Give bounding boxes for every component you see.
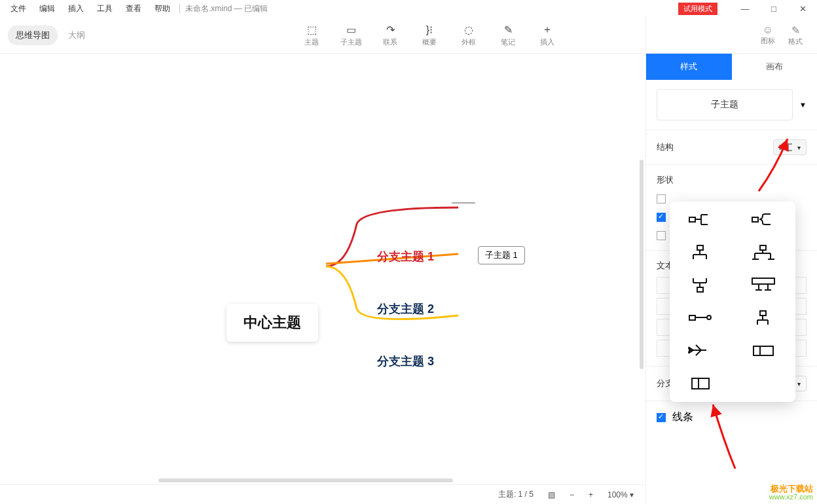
struct-opt-logic-right-brace[interactable] <box>746 211 782 229</box>
toolbar-subtopic[interactable]: ▭子主题 <box>333 23 369 47</box>
svg-rect-5 <box>689 217 695 222</box>
canvas[interactable]: 中心主题 分支主题 1 分支主题 2 分支主题 3 子主题 1 <box>0 54 645 484</box>
central-topic[interactable]: 中心主题 <box>227 304 318 342</box>
window-minimize-icon[interactable]: — <box>731 0 759 17</box>
zoom-level[interactable]: 100% ▾ <box>605 490 636 499</box>
svg-point-37 <box>707 315 711 319</box>
tab-mindmap[interactable]: 思维导图 <box>8 26 58 45</box>
chevron-down-icon: ▾ <box>797 144 801 151</box>
menu-view[interactable]: 查看 <box>119 3 148 14</box>
toolbar-notes[interactable]: ✎笔记 <box>490 23 526 47</box>
right-top-tools: ☺图标 ✎格式 <box>646 17 817 54</box>
rtop-icon[interactable]: ☺图标 <box>761 24 775 46</box>
subtopic-1[interactable]: 子主题 1 <box>478 246 525 264</box>
structure-popup <box>670 202 795 402</box>
menu-insert[interactable]: 插入 <box>62 3 90 14</box>
window-close-icon[interactable]: ✕ <box>788 0 817 17</box>
branch-topic-2[interactable]: 分支主题 2 <box>377 301 434 317</box>
window-controls: 试用模式 — □ ✕ <box>678 0 817 17</box>
struct-opt-org-up[interactable] <box>746 276 782 295</box>
zoom-in-button[interactable]: + <box>586 490 596 499</box>
svg-rect-10 <box>752 217 758 222</box>
struct-opt-tree-down-2[interactable] <box>746 243 782 262</box>
horizontal-scrollbar[interactable] <box>1 478 642 483</box>
shape-label: 形状 <box>657 174 674 186</box>
watermark-logo: 极光下载站 <box>769 484 813 493</box>
toolbar-summary[interactable]: }⁝概要 <box>411 23 448 47</box>
svg-rect-13 <box>697 245 703 250</box>
topic-type-section: 子主题 ▼ <box>646 80 817 130</box>
right-tabs: 样式 画布 <box>646 54 817 80</box>
topic-icon: ⬚ <box>307 23 317 36</box>
scrollbar-thumb[interactable] <box>640 160 644 369</box>
svg-rect-46 <box>692 378 709 389</box>
vertical-scrollbar[interactable] <box>639 55 644 482</box>
map-icon[interactable]: ▧ <box>545 490 558 499</box>
chevron-down-icon[interactable]: ▼ <box>799 101 807 109</box>
watermark: 极光下载站 www.xz7.com <box>769 484 813 501</box>
svg-rect-25 <box>697 287 703 292</box>
smiley-icon: ☺ <box>763 24 773 36</box>
svg-rect-18 <box>760 245 766 250</box>
toolbar-topic[interactable]: ⬚主题 <box>293 23 330 47</box>
struct-opt-logic-right[interactable] <box>683 211 719 229</box>
topic-type-select[interactable]: 子主题 <box>657 89 793 120</box>
insert-icon: ＋ <box>542 23 553 36</box>
chevron-down-icon: ▾ <box>797 380 801 387</box>
struct-opt-timeline-v[interactable] <box>746 309 782 327</box>
menu-tools[interactable]: 工具 <box>90 3 119 14</box>
menu-edit[interactable]: 编辑 <box>33 3 62 14</box>
line-checkbox[interactable]: 线条 <box>657 411 693 422</box>
svg-rect-30 <box>752 278 774 284</box>
toolbar-insert[interactable]: ＋插入 <box>529 23 566 47</box>
relation-icon: ↷ <box>386 23 395 36</box>
subtopic-icon: ▭ <box>346 23 356 36</box>
structure-label: 结构 <box>657 141 674 153</box>
toolbar-relation[interactable]: ↷联系 <box>372 23 408 47</box>
menu-file[interactable]: 文件 <box>4 3 33 14</box>
svg-rect-38 <box>760 311 766 315</box>
divider <box>179 4 180 13</box>
annotation-arrow-2 <box>709 401 742 475</box>
struct-opt-spreadsheet[interactable] <box>683 374 719 393</box>
notes-icon: ✎ <box>504 23 513 36</box>
struct-opt-timeline-h[interactable] <box>683 309 719 327</box>
branch-topic-1[interactable]: 分支主题 1 <box>377 249 434 264</box>
struct-opt-org-down[interactable] <box>683 276 719 295</box>
brush-icon: ✎ <box>791 24 800 37</box>
topic-count: 主题: 1 / 5 <box>496 489 536 500</box>
scrollbar-thumb[interactable] <box>158 478 453 482</box>
toolbar-boundary[interactable]: ◌外框 <box>450 23 487 47</box>
view-tabs: 思维导图 大纲 <box>8 26 93 45</box>
summary-icon: }⁝ <box>426 23 433 36</box>
struct-opt-fishbone[interactable] <box>683 342 719 360</box>
annotation-arrow-1 <box>756 135 795 196</box>
watermark-url: www.xz7.com <box>769 493 813 501</box>
rtop-format[interactable]: ✎格式 <box>788 24 803 46</box>
branch-lines <box>0 54 645 484</box>
boundary-icon: ◌ <box>464 23 473 36</box>
struct-opt-tree-down-1[interactable] <box>683 243 719 262</box>
branch-topic-3[interactable]: 分支主题 3 <box>377 353 434 369</box>
menu-help[interactable]: 帮助 <box>148 3 177 14</box>
window-maximize-icon[interactable]: □ <box>759 0 788 17</box>
svg-rect-44 <box>753 346 773 355</box>
svg-rect-35 <box>689 315 695 320</box>
right-body: 子主题 ▼ 结构 ▾ 形状 <box>646 80 817 504</box>
struct-opt-matrix[interactable] <box>746 342 782 360</box>
zoom-out-button[interactable]: − <box>567 490 577 499</box>
shape-opt-1[interactable] <box>657 192 672 204</box>
right-panel: ☺图标 ✎格式 样式 画布 子主题 ▼ 结构 ▾ 形状 <box>645 17 817 504</box>
tab-style[interactable]: 样式 <box>646 54 732 80</box>
tab-outline[interactable]: 大纲 <box>60 26 93 45</box>
tab-canvas[interactable]: 画布 <box>732 54 818 80</box>
statusbar: 主题: 1 / 5 ▧ − + 100% ▾ <box>0 484 645 504</box>
trial-badge: 试用模式 <box>678 3 717 15</box>
document-title: 未命名.xmind — 已编辑 <box>185 3 268 14</box>
